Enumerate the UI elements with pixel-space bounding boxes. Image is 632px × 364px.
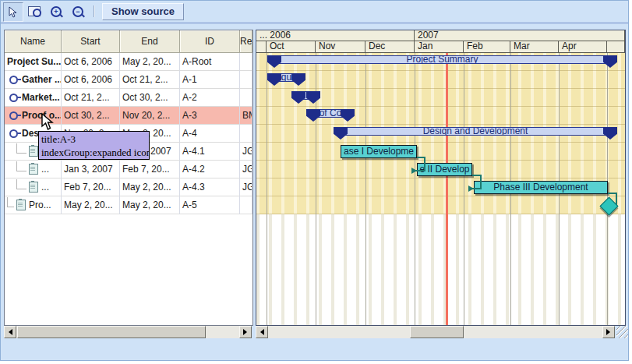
task-start-cell: Oct 6, 2006 [62, 71, 120, 89]
column-header-end[interactable]: End [120, 30, 180, 53]
month-cell: Jan [415, 41, 464, 53]
scroll-left-button[interactable] [256, 326, 268, 338]
month-gridline [267, 53, 267, 325]
tree-line [7, 197, 14, 207]
task-id-cell: A-4.3 [180, 178, 240, 196]
task-document-icon [29, 146, 38, 157]
zoom-out-icon: − [72, 6, 83, 17]
zoom-region-button[interactable] [25, 2, 44, 20]
today-line [446, 53, 448, 325]
task-name-cell: ... [5, 161, 62, 178]
month-cell-stub [607, 41, 625, 53]
month-gridline [415, 53, 415, 325]
timeline-year-row: ... 2006 2007 [256, 30, 625, 41]
table-header: Name Start End ID Re [5, 30, 252, 53]
task-end-cell: May 2, 20... [120, 53, 180, 71]
table-row[interactable]: ... Jan 3, 2007 Feb 7, 20... A-4.2 JG, [5, 161, 252, 178]
task-resources-cell: JG, [240, 143, 252, 161]
scrollbar-thumb[interactable] [17, 326, 206, 338]
select-tool-button[interactable] [3, 2, 23, 22]
gantt-hscrollbar[interactable] [256, 326, 615, 338]
tree-expand-handle-icon[interactable] [9, 76, 18, 84]
task-document-icon [29, 164, 38, 175]
tree-collapse-handle-icon[interactable] [9, 129, 18, 138]
month-cell: Mar [510, 41, 559, 53]
scroll-left-button[interactable] [4, 326, 16, 338]
column-header-name[interactable]: Name [5, 30, 62, 53]
arrow-left-icon [257, 329, 264, 335]
month-cell-stub [256, 41, 267, 53]
task-name-cell: Pro... [5, 196, 62, 214]
tree-expand-handle-icon[interactable] [9, 111, 18, 120]
timeline-month-row: Oct Nov Dec Jan Feb Mar Apr [256, 41, 625, 53]
tooltip-line-title: title:A-3 [41, 133, 147, 146]
month-cell: Apr [559, 41, 607, 53]
table-row[interactable]: Project Su... Oct 6, 2006 May 2, 20... A… [5, 53, 252, 71]
task-resources-cell [240, 53, 252, 71]
toolbar: + − Show source [1, 1, 628, 23]
table-row[interactable]: Pro... May 2, 20... May 2, 20... A-5 [5, 196, 252, 214]
tooltip: title:A-3 indexGroup:expanded icon [38, 131, 150, 160]
gantt-bar-phase1[interactable]: ase I Developme [341, 145, 417, 158]
table-hscrollbar[interactable] [4, 326, 252, 338]
task-end-cell: Feb 7, 20... [120, 161, 180, 178]
column-header-id[interactable]: ID [180, 30, 240, 53]
column-header-start[interactable]: Start [62, 30, 120, 53]
gantt-chart-panel: ... 2006 2007 Oct Nov Dec Jan Feb Mar Ap… [256, 30, 626, 326]
task-id-cell: A-4.1 [180, 143, 240, 161]
task-id-cell: A-4 [180, 125, 240, 143]
task-resources-cell: JG, [240, 161, 252, 178]
gantt-bar-phase3[interactable]: Phase III Development [474, 181, 608, 194]
task-name-cell: Market... [5, 89, 62, 107]
table-row[interactable]: Market... Oct 21, 2... Oct 30, 2... A-2 [5, 89, 252, 107]
month-cell: Nov [316, 41, 365, 53]
dependency-arrow-icon [468, 186, 477, 192]
tooltip-line-indexgroup: indexGroup:expanded icon [41, 146, 147, 159]
task-name-cell: Project Su... [5, 53, 62, 71]
task-id-cell: A-2 [180, 89, 240, 107]
task-end-cell: May 2, 20... [120, 178, 180, 196]
task-id-cell: A-3 [180, 107, 240, 125]
month-cell: Dec [365, 41, 415, 53]
task-start-cell: Oct 6, 2006 [62, 53, 120, 71]
task-resources-cell: BM, [240, 107, 252, 125]
scroll-right-button[interactable] [602, 326, 615, 338]
month-cell: Feb [464, 41, 510, 53]
toolbar-separator [94, 5, 94, 17]
task-end-cell: Oct 21, 2... [120, 71, 180, 89]
task-id-cell: A-4.2 [180, 161, 240, 178]
tree-line [16, 143, 26, 154]
tree-line [16, 179, 26, 189]
task-name-cell: ... [5, 178, 62, 196]
task-name-cell: Gather ... [5, 71, 62, 89]
task-start-cell: Oct 30, 2... [62, 107, 120, 125]
task-table-panel: Name Start End ID Re Project Su... Oct 6… [4, 30, 253, 326]
zoom-in-button[interactable]: + [47, 2, 65, 20]
task-resources-cell [240, 89, 252, 107]
gantt-bar-design-development[interactable]: Design and Development [341, 127, 610, 136]
show-source-button[interactable]: Show source [102, 3, 184, 20]
task-start-cell: May 2, 20... [62, 196, 120, 214]
zoom-out-button[interactable]: − [69, 2, 87, 20]
task-resources-cell [240, 196, 252, 214]
tree-line [16, 161, 26, 171]
scrollbar-thumb[interactable] [410, 326, 464, 338]
zoom-in-icon: + [51, 6, 62, 17]
window-resize-grip[interactable] [616, 326, 629, 338]
task-resources-cell: JG, [240, 178, 252, 196]
dependency-arrow-icon [411, 168, 420, 174]
scroll-right-button[interactable] [239, 326, 252, 338]
task-id-cell: A-Root [180, 53, 240, 71]
task-resources-cell [240, 71, 252, 89]
task-start-cell: Oct 21, 2... [62, 89, 120, 107]
month-gridline [365, 53, 366, 325]
gantt-application-window: + − Show source Name Start End ID Re Pro… [0, 0, 629, 361]
table-row[interactable]: ... Feb 7, 20... May 2, 20... A-4.3 JG, [5, 178, 252, 196]
task-document-icon [16, 200, 26, 210]
task-end-cell: May 2, 20... [120, 196, 180, 214]
table-row[interactable]: Gather ... Oct 6, 2006 Oct 21, 2... A-1 [5, 71, 252, 89]
tree-expand-handle-icon[interactable] [9, 94, 18, 102]
gantt-bar-project-summary[interactable]: Project Summary [274, 55, 610, 64]
task-end-cell: Oct 30, 2... [120, 89, 180, 107]
column-header-resources[interactable]: Re [240, 30, 252, 53]
